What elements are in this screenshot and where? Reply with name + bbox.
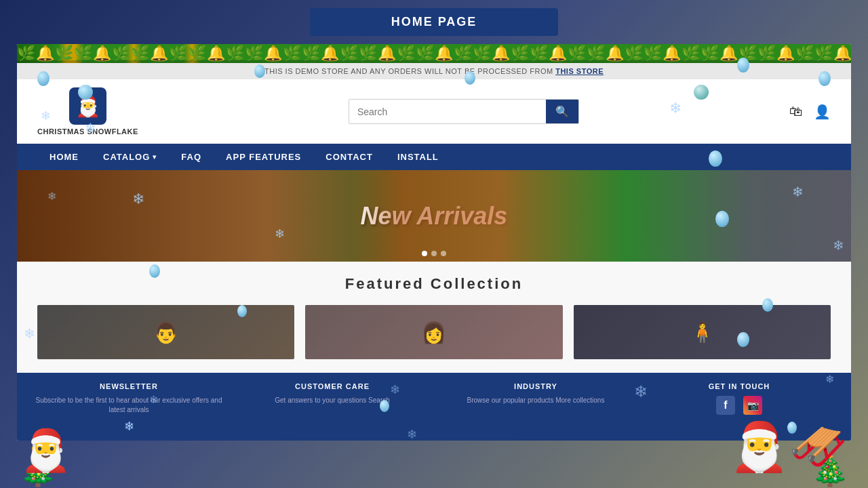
header-icons: 🛍 👤 [789, 104, 831, 120]
demo-banner: THIS IS DEMO STORE AND ANY ORDERS WILL N… [17, 63, 851, 79]
logo-area: 🎅 CHRISTMAS SNOWFLAKE [37, 87, 138, 136]
instagram-icon[interactable]: 📷 [743, 396, 762, 415]
nav-home[interactable]: HOME [37, 144, 91, 170]
store-name: CHRISTMAS SNOWFLAKE [37, 127, 138, 136]
catalog-dropdown-arrow: ▾ [153, 153, 157, 161]
product-card-2[interactable]: 👩 [305, 305, 562, 359]
store-container: 🌿🔔🌿🌿🔔🌿🌿🔔🌿🌿🔔🌿🌿🔔🌿🌿🔔🌿🌿🔔🌿🌿🔔🌿🌿🔔🌿🌿🔔🌿🌿🔔🌿🌿🔔🌿🌿🔔🌿🌿… [17, 44, 851, 441]
cart-icon[interactable]: 🛍 [789, 104, 803, 119]
product-image-1: 👨 [153, 321, 178, 344]
garland-decoration: 🌿🔔🌿🌿🔔🌿🌿🔔🌿🌿🔔🌿🌿🔔🌿🌿🔔🌿🌿🔔🌿🌿🔔🌿🌿🔔🌿🌿🔔🌿🌿🔔🌿🌿🔔🌿🌿🔔🌿🌿… [17, 44, 851, 63]
footer-industry: INDUSTRY Browse our popular products Mor… [437, 382, 634, 434]
hero-dot-3[interactable] [441, 251, 446, 256]
nav-install[interactable]: INSTALL [385, 144, 451, 170]
product-card-1[interactable]: 👨 [37, 305, 294, 359]
footer-get-in-touch: GET IN TOUCH f 📷 [641, 382, 837, 434]
nav-contact[interactable]: CONTACT [313, 144, 385, 170]
hero-snowflake-1: ❄ [132, 190, 144, 208]
navigation: HOME CATALOG ▾ FAQ APP FEATURES CONTACT … [17, 144, 851, 170]
newsletter-snowflake: ❄ [31, 419, 227, 434]
product-image-3: 🧍 [690, 321, 715, 344]
clothes-rack-bg [351, 170, 851, 262]
store-logo[interactable]: 🎅 [69, 87, 106, 125]
nav-faq[interactable]: FAQ [169, 144, 214, 170]
home-page-button[interactable]: HOME PAGE [310, 8, 559, 36]
store-link[interactable]: THIS STORE [555, 67, 604, 75]
header: ❄ ❄ 🎅 CHRISTMAS SNOWFLAKE 🔍 🛍 👤 [17, 79, 851, 144]
get-in-touch-title: GET IN TOUCH [641, 382, 837, 390]
footer-newsletter: NEWSLETTER Subscribe to be the first to … [31, 382, 227, 434]
industry-title: INDUSTRY [437, 382, 634, 390]
featured-section: Featured Collection 👨 👩 🧍 [17, 262, 851, 373]
featured-title: Featured Collection [37, 275, 831, 293]
tree-left-1: 🎄 [19, 452, 57, 488]
footer: ❄ ❄ NEWSLETTER Subscribe to be the first… [17, 373, 851, 441]
customer-care-text: Get answers to your questions Search [234, 396, 431, 405]
nav-app-features[interactable]: APP FEATURES [214, 144, 313, 170]
search-button[interactable]: 🔍 [546, 100, 578, 123]
hero-snowflake-3: ❄ [275, 226, 285, 241]
footer-customer-care: CUSTOMER CARE Get answers to your questi… [234, 382, 431, 434]
product-image-2: 👩 [421, 321, 446, 344]
top-bar: HOME PAGE [0, 0, 868, 44]
hero-dot-2[interactable] [431, 251, 437, 256]
newsletter-title: NEWSLETTER [31, 382, 227, 390]
product-grid: 👨 👩 🧍 [37, 305, 831, 359]
industry-text: Browse our popular products More collect… [437, 396, 634, 405]
customer-care-title: CUSTOMER CARE [234, 382, 431, 390]
hero-banner: ❄ ❄ ❄ New Arrivals [17, 170, 851, 262]
nav-ornament [709, 150, 722, 167]
search-input[interactable] [349, 100, 546, 123]
facebook-icon[interactable]: f [716, 396, 735, 415]
user-icon[interactable]: 👤 [814, 104, 831, 120]
product-card-3[interactable]: 🧍 [574, 305, 831, 359]
newsletter-text: Subscribe to be the first to hear about … [31, 396, 227, 415]
nav-catalog[interactable]: CATALOG ▾ [91, 144, 169, 170]
tree-right-1: 🎄 [811, 452, 849, 488]
search-wrapper: 🔍 [349, 99, 579, 124]
hero-dot-1[interactable] [422, 251, 427, 256]
ornament-ball-2 [694, 85, 709, 100]
search-area: 🔍 [152, 99, 776, 124]
hero-pagination [422, 251, 446, 256]
social-icons: f 📷 [641, 396, 837, 415]
